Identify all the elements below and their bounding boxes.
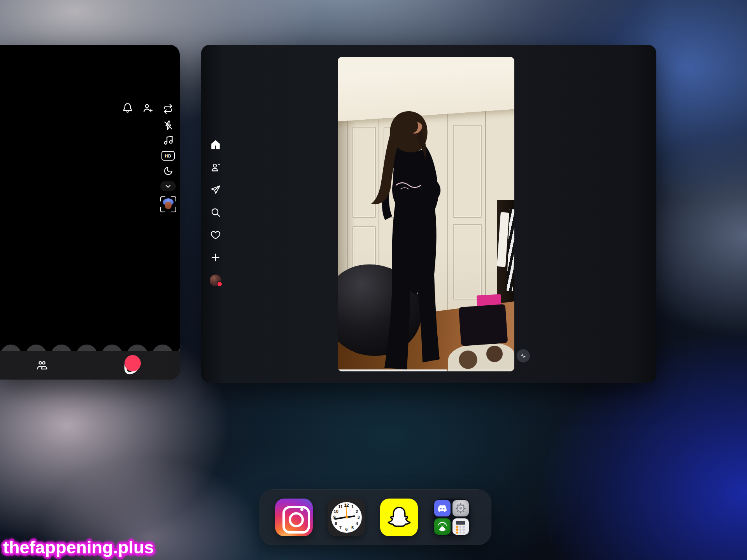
home-icon[interactable] <box>210 139 221 150</box>
calculator-icon <box>452 518 469 535</box>
video-progress-fill <box>338 369 447 371</box>
xbox-icon <box>434 518 451 535</box>
flash-off-icon[interactable] <box>163 120 174 131</box>
expand-icon <box>520 353 526 359</box>
clock-center-cap <box>345 516 348 518</box>
clock-numeral: 6 <box>345 527 347 532</box>
clock-numeral: 1 <box>351 504 354 509</box>
notifications-icon[interactable] <box>210 229 221 240</box>
clock-numeral: 2 <box>356 509 358 514</box>
profile-avatar[interactable] <box>210 275 221 286</box>
clock-numeral: 7 <box>339 525 342 530</box>
clock-numeral: 10 <box>334 509 338 514</box>
settings-icon <box>452 500 469 516</box>
reel-video[interactable] <box>338 57 514 371</box>
clock-numeral: 4 <box>356 521 358 526</box>
hd-icon[interactable]: HD <box>161 151 175 161</box>
clock-numeral: 5 <box>351 525 354 530</box>
clock-minute-hand <box>334 516 347 520</box>
flip-camera-icon[interactable] <box>163 103 174 114</box>
filter-avatar-face <box>165 202 172 209</box>
music-icon[interactable] <box>163 135 174 146</box>
record-dot <box>124 355 141 371</box>
clock-numeral: 11 <box>338 504 343 509</box>
chevron-down-icon[interactable] <box>160 181 176 191</box>
dock-snapchat-icon[interactable] <box>380 499 418 536</box>
watermark: thefappening.plus <box>3 537 154 558</box>
instagram-window[interactable] <box>201 45 656 383</box>
create-icon[interactable] <box>210 252 221 263</box>
expand-button[interactable] <box>517 349 530 362</box>
record-app-logo[interactable] <box>121 354 142 376</box>
instagram-sidebar <box>210 139 221 286</box>
add-friend-icon[interactable] <box>142 103 153 114</box>
clock-numeral: 12 <box>344 503 349 508</box>
clock-numeral: 8 <box>335 521 337 526</box>
share-icon[interactable] <box>210 184 221 195</box>
clock-numeral: 3 <box>357 515 359 520</box>
snapchat-ghost <box>386 504 412 530</box>
hd-label: HD <box>165 154 172 158</box>
clock-hour-hand <box>346 515 355 518</box>
friends-icon[interactable] <box>210 162 221 173</box>
video-progress-bar[interactable] <box>338 369 514 371</box>
search-icon[interactable] <box>210 207 221 218</box>
dock-folder[interactable] <box>433 499 470 536</box>
dock-instagram-icon[interactable] <box>275 499 313 536</box>
camera-app-window[interactable]: HD <box>0 45 180 380</box>
person-silhouette <box>338 57 514 371</box>
avatar-badge <box>217 281 223 287</box>
dark-mode-icon[interactable] <box>163 166 174 177</box>
instagram-camera-dot <box>300 508 303 511</box>
camera-bottom-bar <box>0 351 180 380</box>
discord-icon <box>434 500 451 516</box>
face-filter-icon[interactable] <box>160 196 176 212</box>
dock-clock-icon[interactable]: 121234567891011 <box>328 499 365 536</box>
dock: 121234567891011 <box>260 489 491 545</box>
watermark-text: thefappening.plus <box>3 537 154 557</box>
clock-numeral: 9 <box>333 515 335 520</box>
clock-face: 121234567891011 <box>331 502 362 533</box>
people-icon[interactable] <box>36 360 48 371</box>
instagram-camera-lens <box>289 512 304 527</box>
bell-icon[interactable] <box>122 103 133 114</box>
